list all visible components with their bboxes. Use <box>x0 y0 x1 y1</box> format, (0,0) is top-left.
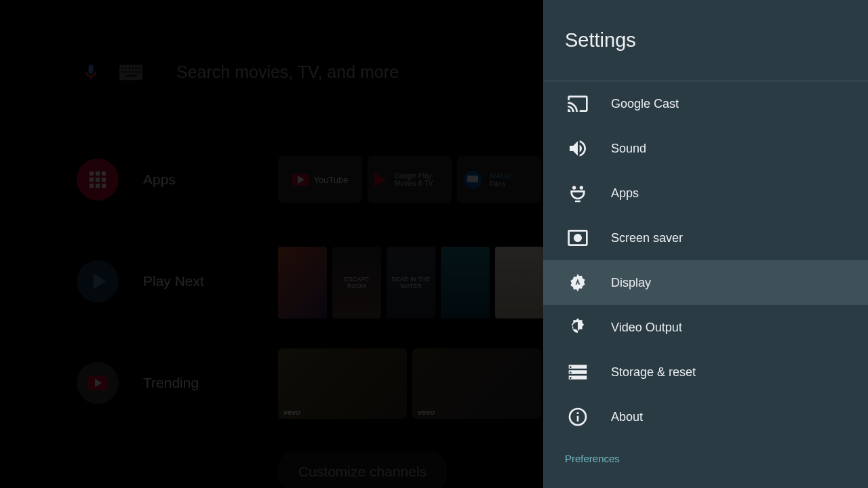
settings-item-label: Display <box>611 276 651 290</box>
video-output-icon <box>565 314 591 340</box>
settings-item-google-cast[interactable]: Google Cast <box>543 81 868 126</box>
settings-item-label: Storage & reset <box>611 365 696 380</box>
settings-item-apps[interactable]: Apps <box>543 171 868 216</box>
display-icon <box>565 270 591 296</box>
sound-icon <box>565 136 591 161</box>
settings-item-storage-reset[interactable]: Storage & reset <box>543 350 868 394</box>
settings-item-about[interactable]: About <box>543 394 868 439</box>
settings-title: Settings <box>565 29 636 52</box>
settings-item-label: Apps <box>611 186 639 201</box>
settings-item-label: Sound <box>611 142 646 156</box>
apps-icon <box>565 180 591 206</box>
settings-list[interactable]: Google Cast Sound Apps Screen saver <box>543 81 868 488</box>
settings-header: Settings <box>543 0 868 81</box>
screensaver-icon <box>565 225 591 251</box>
settings-item-video-output[interactable]: Video Output <box>543 305 868 350</box>
about-icon <box>565 404 591 430</box>
cast-icon <box>565 91 591 117</box>
settings-panel: Settings Google Cast Sound Apps <box>543 0 868 488</box>
settings-item-display[interactable]: Display <box>543 260 868 305</box>
settings-item-label: Google Cast <box>611 97 679 111</box>
settings-item-label: Screen saver <box>611 231 683 245</box>
settings-section-header: Preferences <box>543 439 868 470</box>
settings-item-sound[interactable]: Sound <box>543 126 868 171</box>
settings-item-label: Video Output <box>611 321 682 335</box>
settings-item-label: About <box>611 410 643 424</box>
storage-icon <box>565 359 591 385</box>
screen: Search movies, TV, and more Apps YouTube… <box>0 0 868 488</box>
settings-item-screen-saver[interactable]: Screen saver <box>543 216 868 260</box>
